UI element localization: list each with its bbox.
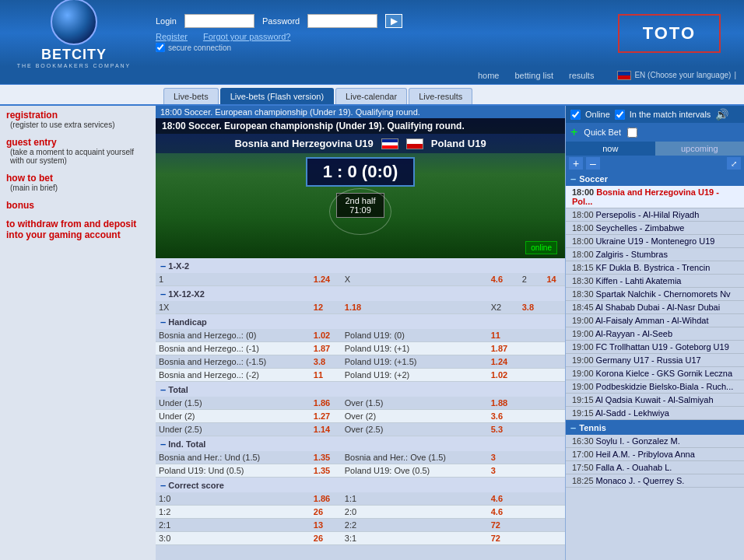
sidebar-how-title[interactable]: how to bet [6,173,149,184]
match-item-16[interactable]: 19:15 Al Qadsia Kuwait - Al-Salmiyah [566,394,744,407]
t3-odd1[interactable]: 1.14 [311,423,342,436]
password-input[interactable] [307,14,377,28]
full-expand-button[interactable]: ⤢ [727,157,741,170]
match-item-3[interactable]: 18:00 Seychelles - Zimbabwe [566,222,744,235]
match-item-12[interactable]: 19:00 FC Trollhattan U19 - Goteborg U19 [566,341,744,354]
secure-label: secure connection [168,44,231,52]
match-item-9[interactable]: 18:45 Al Shabab Dubai - Al-Nasr Dubai [566,301,744,314]
register-link[interactable]: Register [156,32,188,41]
bet-1-odd[interactable]: 1.24 [311,273,342,286]
toto-button[interactable]: TOTO [618,14,721,53]
nav-betting-list[interactable]: betting list [514,71,553,80]
match-item-5[interactable]: 18:00 Zalgiris - Stumbras [566,248,744,261]
it1-odd2[interactable]: 3 [488,451,519,464]
cs2-odd2[interactable]: 4.6 [488,506,519,519]
it2-odd1[interactable]: 1.35 [311,464,342,478]
tab-live-bets[interactable]: Live-bets [163,88,219,104]
it2-odd2[interactable]: 3 [488,464,519,478]
match-item-4[interactable]: 18:00 Ukraine U19 - Montenegro U19 [566,235,744,248]
match-item-15[interactable]: 19:00 Podbeskidzie Bielsko-Biala - Ruch.… [566,380,744,394]
it1-odd1[interactable]: 1.35 [311,451,342,464]
bet-12-odd[interactable]: 12 [311,301,342,314]
secure-checkbox[interactable] [156,43,165,52]
tennis-item-3[interactable]: 17:50 Falla A. - Ouahab L. [566,461,744,474]
cs1-odd2[interactable]: 4.6 [488,492,519,506]
h1-odd2[interactable]: 11 [488,329,519,342]
sidebar-guest-title[interactable]: guest entry [6,137,149,148]
soccer-minus[interactable]: – [570,173,576,184]
match-item-7[interactable]: 18:30 Kiffen - Lahti Akatemia [566,275,744,288]
bet-2-odd[interactable]: 14 [543,273,565,286]
in-match-checkbox[interactable] [615,110,625,120]
t2-odd1[interactable]: 1.27 [311,410,342,423]
quick-bet-checkbox[interactable] [627,128,637,138]
nav-home[interactable]: home [478,71,500,80]
tab-live-results[interactable]: Live-results [409,88,472,104]
h1-label: Bosnia and Herzego..: (0) [156,329,311,342]
sidebar-registration-title[interactable]: registration [6,110,149,121]
online-checkbox[interactable] [570,110,581,120]
h4-odd1[interactable]: 11 [311,369,342,382]
tennis-label: Tennis [579,423,606,432]
t1-odd2[interactable]: 1.88 [488,397,519,410]
cs1-odd1[interactable]: 1.86 [311,492,342,506]
tennis-item-4[interactable]: 18:25 Monaco J. - Querrey S. [566,474,744,488]
tennis-minus[interactable]: – [570,422,576,433]
h1-odd1[interactable]: 1.02 [311,329,342,342]
bet-x2-odd[interactable]: 3.8 [519,301,544,314]
cs3-odd2[interactable]: 72 [488,519,519,532]
t1-odd1[interactable]: 1.86 [311,397,342,410]
right-panel: Online In the match intervals 🔊 + Quick … [565,106,744,560]
t2-odd2[interactable]: 3.6 [488,410,519,423]
register-row: Register Forgot your password? [156,32,290,41]
match-item-17[interactable]: 19:15 Al-Sadd - Lekhwiya [566,407,744,420]
cs2-odd1[interactable]: 26 [311,506,342,519]
collapse-all-button[interactable]: – [586,157,600,170]
section-1x12x2-minus[interactable]: – [160,288,166,299]
expand-all-button[interactable]: + [569,157,583,170]
h3-odd1[interactable]: 3.8 [311,355,342,369]
match-item-1[interactable]: 18:00 Bosnia and Herzegovina U19 - Pol..… [566,186,744,208]
forgot-link[interactable]: Forgot your password? [203,32,291,41]
tennis-item-2[interactable]: 17:00 Heil A.M. - Pribylova Anna [566,448,744,461]
cs4-odd1[interactable]: 26 [311,532,342,545]
match-item-14[interactable]: 19:00 Korona Kielce - GKS Gornik Leczna [566,367,744,380]
match-item-10[interactable]: 19:00 Al-Faisaly Amman - Al-Wihdat [566,314,744,327]
section-1x2-minus[interactable]: – [160,260,166,271]
tennis-item-1[interactable]: 16:30 Soylu I. - Gonzalez M. [566,435,744,448]
bet-row-t1: Under (1.5) 1.86 Over (1.5) 1.88 [156,397,565,410]
section-total-minus[interactable]: – [160,383,166,395]
bet-118-odd[interactable]: 1.18 [342,301,488,314]
cs3-odd1[interactable]: 13 [311,519,342,532]
match-item-11[interactable]: 19:00 Al-Rayyan - Al-Seeb [566,327,744,341]
upcoming-button[interactable]: upcoming [655,142,745,156]
go-button[interactable]: ▶ [385,14,402,28]
nav-separator: | [734,71,736,79]
now-button[interactable]: now [566,142,655,156]
sidebar-bonus-title[interactable]: bonus [6,200,149,211]
match-item-2[interactable]: 18:00 Persepolis - Al-Hilal Riyadh [566,208,744,222]
sidebar-withdraw-title[interactable]: to withdraw from and deposit into your g… [6,219,149,240]
sound-icon[interactable]: 🔊 [715,108,728,121]
quick-bet-plus-icon[interactable]: + [570,125,577,139]
section-cs-minus[interactable]: – [160,479,166,491]
match-item-13[interactable]: 19:00 Germany U17 - Russia U17 [566,354,744,367]
h2-odd1[interactable]: 1.87 [311,342,342,355]
match-item-6[interactable]: 18:15 KF Dukla B. Bystrica - Trencin [566,261,744,275]
bet-x-odd[interactable]: 4.6 [488,273,519,286]
cs3-label2: 2:2 [342,519,488,532]
section-handicap-minus[interactable]: – [160,316,166,327]
section-ind-total-minus[interactable]: – [160,438,166,450]
match-item-8[interactable]: 18:30 Spartak Nalchik - Chernomorets Nv [566,288,744,301]
h4-odd2[interactable]: 1.02 [488,369,519,382]
lang-area[interactable]: EN (Choose your language) | [617,71,736,80]
h3-odd2[interactable]: 1.24 [488,355,519,369]
match-time-3: 18:00 [572,223,596,233]
h2-odd2[interactable]: 1.87 [488,342,519,355]
tab-live-bets-flash[interactable]: Live-bets (Flash version) [220,88,334,104]
cs4-odd2[interactable]: 72 [488,532,519,545]
login-input[interactable] [184,14,254,28]
tab-live-calendar[interactable]: Live-calendar [335,88,407,104]
t3-odd2[interactable]: 5.3 [488,423,519,436]
nav-results[interactable]: results [569,71,594,80]
